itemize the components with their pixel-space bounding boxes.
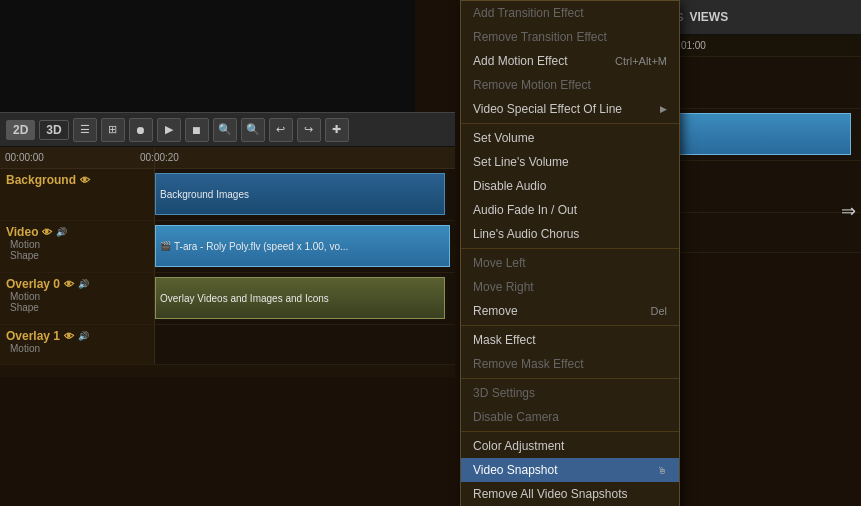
menu-label-color-adjustment: Color Adjustment xyxy=(473,439,564,453)
video-label: Video xyxy=(6,225,38,239)
menu-item-remove-all-snapshots[interactable]: Remove All Video Snapshots xyxy=(461,482,679,506)
right-track-overlay1 xyxy=(662,213,861,253)
menu-item-remove-motion[interactable]: Remove Motion Effect xyxy=(461,73,679,97)
vol-icon-video[interactable]: 🔊 xyxy=(56,227,67,237)
track-name-overlay0: Overlay 0 👁 🔊 xyxy=(6,277,148,291)
right-arrow-icon[interactable]: ⇒ xyxy=(841,200,856,222)
menu-label-remove-transition: Remove Transition Effect xyxy=(473,30,607,44)
menu-label-video-special: Video Special Effect Of Line xyxy=(473,102,622,116)
zoom-in-button[interactable]: 🔍 xyxy=(241,118,265,142)
right-track-bg xyxy=(662,57,861,109)
record-button[interactable]: ⏺ xyxy=(129,118,153,142)
track-content-background[interactable]: Background Images xyxy=(155,169,455,220)
menu-item-lines-chorus[interactable]: Line's Audio Chorus xyxy=(461,222,679,246)
menu-item-set-volume[interactable]: Set Volume xyxy=(461,126,679,150)
eye-icon-overlay1[interactable]: 👁 xyxy=(64,331,74,342)
menu-item-disable-camera[interactable]: Disable Camera xyxy=(461,405,679,429)
preview-area xyxy=(0,0,415,112)
overlay1-label: Overlay 1 xyxy=(6,329,60,343)
menu-label-lines-chorus: Line's Audio Chorus xyxy=(473,227,579,241)
zoom-out-button[interactable]: 🔍 xyxy=(213,118,237,142)
menu-label-remove-all-snapshots: Remove All Video Snapshots xyxy=(473,487,628,501)
menu-item-color-adjustment[interactable]: Color Adjustment xyxy=(461,434,679,458)
overlay0-sub-motion: Motion xyxy=(6,291,148,302)
menu-separator-5 xyxy=(461,431,679,432)
menu-label-mask-effect: Mask Effect xyxy=(473,333,535,347)
eye-icon-video[interactable]: 👁 xyxy=(42,227,52,238)
clip-overlay0-label: Overlay Videos and Images and Icons xyxy=(160,293,329,304)
track-row-overlay1: Overlay 1 👁 🔊 Motion xyxy=(0,325,455,365)
menu-item-audio-fade[interactable]: Audio Fade In / Out xyxy=(461,198,679,222)
menu-item-move-left[interactable]: Move Left xyxy=(461,251,679,275)
play-button[interactable]: ▶ xyxy=(157,118,181,142)
clip-overlay0[interactable]: Overlay Videos and Images and Icons xyxy=(155,277,445,319)
menu-separator-4 xyxy=(461,378,679,379)
mode-2d-button[interactable]: 2D xyxy=(6,120,35,140)
menu-label-audio-fade: Audio Fade In / Out xyxy=(473,203,577,217)
vol-icon-overlay0[interactable]: 🔊 xyxy=(78,279,89,289)
menu-item-3d-settings[interactable]: 3D Settings xyxy=(461,381,679,405)
menu-separator-3 xyxy=(461,325,679,326)
eye-icon-overlay0[interactable]: 👁 xyxy=(64,279,74,290)
track-content-video[interactable]: 🎬 T-ara - Roly Poly.flv (speed x 1.00, v… xyxy=(155,221,455,272)
vol-icon-overlay1[interactable]: 🔊 xyxy=(78,331,89,341)
timeline-area: 00:00:00 00:00:20 Background 👁 Backgroun… xyxy=(0,147,455,377)
cursor-icon: 🖱 xyxy=(657,465,667,476)
menu-item-add-transition[interactable]: Add Transition Effect xyxy=(461,1,679,25)
clip-background[interactable]: Background Images xyxy=(155,173,445,215)
track-row-overlay0: Overlay 0 👁 🔊 Motion Shape Overlay Video… xyxy=(0,273,455,325)
track-name-background: Background 👁 xyxy=(6,173,148,187)
clip-video-thumb: 🎬 xyxy=(160,241,171,251)
menu-item-set-lines-volume[interactable]: Set Line's Volume xyxy=(461,150,679,174)
eye-icon-background[interactable]: 👁 xyxy=(80,175,90,186)
menu-item-video-special[interactable]: Video Special Effect Of Line xyxy=(461,97,679,121)
track-row-background: Background 👁 Background Images xyxy=(0,169,455,221)
menu-label-remove-mask: Remove Mask Effect xyxy=(473,357,583,371)
menu-shortcut-remove: Del xyxy=(650,305,667,317)
menu-label-move-right: Move Right xyxy=(473,280,534,294)
undo-button[interactable]: ↩ xyxy=(269,118,293,142)
grid-view-button[interactable]: ⊞ xyxy=(101,118,125,142)
stop-button[interactable]: ⏹ xyxy=(185,118,209,142)
track-label-overlay1: Overlay 1 👁 🔊 Motion xyxy=(0,325,155,364)
menu-label-disable-audio: Disable Audio xyxy=(473,179,546,193)
app-container: 2D 3D ☰ ⊞ ⏺ ▶ ⏹ 🔍 🔍 ↩ ↪ ✚ 00:00:00 00:00… xyxy=(0,0,861,506)
time-marker-mid: 00:00:20 xyxy=(140,152,179,163)
track-label-overlay0: Overlay 0 👁 🔊 Motion Shape xyxy=(0,273,155,324)
menu-shortcut-add-motion: Ctrl+Alt+M xyxy=(615,55,667,67)
menu-separator-1 xyxy=(461,123,679,124)
menu-item-disable-audio[interactable]: Disable Audio xyxy=(461,174,679,198)
menu-label-add-motion: Add Motion Effect xyxy=(473,54,568,68)
timeline-header: 00:00:00 00:00:20 xyxy=(0,147,455,169)
menu-item-mask-effect[interactable]: Mask Effect xyxy=(461,328,679,352)
menu-label-disable-camera: Disable Camera xyxy=(473,410,559,424)
right-track-overlay0 xyxy=(662,161,861,213)
clip-video[interactable]: 🎬 T-ara - Roly Poly.flv (speed x 1.00, v… xyxy=(155,225,450,267)
time-marker-start: 00:00:00 xyxy=(5,152,44,163)
menu-label-set-lines-volume: Set Line's Volume xyxy=(473,155,569,169)
menu-label-set-volume: Set Volume xyxy=(473,131,534,145)
mode-3d-button[interactable]: 3D xyxy=(39,120,68,140)
menu-item-remove-transition[interactable]: Remove Transition Effect xyxy=(461,25,679,49)
track-content-overlay1[interactable] xyxy=(155,325,455,364)
menu-item-remove-mask[interactable]: Remove Mask Effect xyxy=(461,352,679,376)
menu-label-video-snapshot: Video Snapshot xyxy=(473,463,558,477)
menu-item-video-snapshot[interactable]: Video Snapshot 🖱 xyxy=(461,458,679,482)
menu-label-move-left: Move Left xyxy=(473,256,526,270)
list-view-button[interactable]: ☰ xyxy=(73,118,97,142)
track-name-overlay1: Overlay 1 👁 🔊 xyxy=(6,329,148,343)
track-content-overlay0[interactable]: Overlay Videos and Images and Icons xyxy=(155,273,455,324)
track-label-video: Video 👁 🔊 Motion Shape xyxy=(0,221,155,272)
right-clip-video xyxy=(662,113,851,155)
menu-item-move-right[interactable]: Move Right xyxy=(461,275,679,299)
menu-label-remove-motion: Remove Motion Effect xyxy=(473,78,591,92)
menu-item-add-motion[interactable]: Add Motion Effect Ctrl+Alt+M xyxy=(461,49,679,73)
menu-item-remove[interactable]: Remove Del xyxy=(461,299,679,323)
clip-background-label: Background Images xyxy=(160,189,249,200)
overlay0-label: Overlay 0 xyxy=(6,277,60,291)
context-menu: Add Transition Effect Remove Transition … xyxy=(460,0,680,506)
menu-separator-2 xyxy=(461,248,679,249)
overlay0-sub-shape: Shape xyxy=(6,302,148,313)
redo-button[interactable]: ↪ xyxy=(297,118,321,142)
extra-button[interactable]: ✚ xyxy=(325,118,349,142)
